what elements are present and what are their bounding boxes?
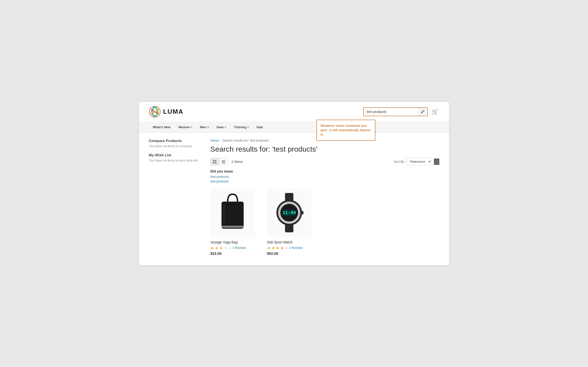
logo-text: LUMA — [163, 108, 184, 115]
star-1: ★ — [210, 246, 214, 250]
svg-rect-5 — [215, 162, 216, 163]
breadcrumb-current: Search results for: 'test products' — [223, 139, 269, 142]
cart-icon: 🛒 — [432, 109, 438, 115]
products-grid: Voyage Yoga Bag ★ ★ ★ ★ ★ 3 Reviews $32.… — [210, 188, 439, 255]
search-input[interactable] — [364, 108, 418, 116]
product-price-0: $32.00 — [210, 251, 260, 255]
cart-button[interactable]: 🛒 — [431, 108, 439, 116]
product-card-1[interactable]: 11:49 Didi Sport Watch ★ ★ ★ ★ ★ 2 Revie… — [267, 188, 316, 255]
grid-view-button[interactable] — [210, 158, 219, 165]
header-right: Whatever voice command you give , it wil… — [363, 107, 439, 116]
stars-1: ★ ★ ★ ★ ★ 2 Reviews — [267, 246, 316, 250]
main-content: Compare Products You have no items to co… — [139, 133, 449, 265]
wishlist-empty: You have no items in your wish list. — [149, 159, 203, 162]
product-image-bag — [217, 192, 249, 234]
view-toggle — [210, 158, 228, 165]
star-2: ★ — [215, 246, 218, 250]
wishlist-title: My Wish List — [149, 153, 203, 157]
compare-products-title: Compare Products — [149, 139, 203, 143]
list-icon — [222, 160, 225, 164]
luma-logo-icon — [149, 106, 161, 118]
svg-rect-8 — [222, 163, 225, 163]
logo-area: LUMA — [149, 106, 184, 118]
sort-label: Sort By — [394, 160, 404, 163]
did-you-mean-title: Did you mean — [210, 169, 439, 173]
product-name-1: Didi Sport Watch — [267, 240, 316, 244]
svg-rect-4 — [213, 162, 214, 163]
product-price-1: $92.00 — [267, 251, 316, 255]
page-wrapper: LUMA Whatever voice command you give , i… — [139, 102, 449, 265]
nav-bar: What's New Women ▾ Men ▾ Gear ▾ Training… — [139, 122, 449, 133]
svg-rect-10 — [222, 226, 244, 228]
star-3: ★ — [219, 246, 223, 250]
product-name-0: Voyage Yoga Bag — [210, 240, 260, 244]
results-toolbar: 2 Items Sort By Relevance Name Price ↓ — [210, 158, 439, 165]
svg-rect-2 — [213, 160, 214, 161]
breadcrumb-home[interactable]: Home — [210, 139, 219, 142]
sidebar: Compare Products You have no items to co… — [149, 139, 203, 255]
svg-rect-6 — [222, 160, 225, 161]
reviews-count-0[interactable]: 3 Reviews — [233, 246, 246, 250]
mic-button[interactable]: 🎤 — [418, 108, 427, 115]
voice-tooltip: Whatever voice command you give , it wil… — [316, 120, 375, 141]
star-4: ★ — [224, 246, 227, 250]
star-2: ★ — [271, 246, 275, 250]
svg-rect-3 — [215, 160, 216, 161]
list-view-button[interactable] — [219, 158, 228, 165]
mic-icon: 🎤 — [421, 110, 425, 113]
items-count: 2 Items — [232, 160, 243, 164]
nav-item-gear[interactable]: Gear ▾ — [213, 122, 230, 132]
grid-icon — [213, 160, 217, 164]
breadcrumb-separator: › — [220, 139, 221, 142]
star-5: ★ — [228, 246, 232, 250]
product-image-0 — [210, 188, 255, 237]
chevron-down-icon: ▾ — [207, 126, 209, 128]
nav-item-training[interactable]: Training ▾ — [230, 122, 253, 132]
header: LUMA Whatever voice command you give , i… — [139, 102, 449, 122]
svg-rect-11 — [223, 204, 224, 224]
page-title: Search results for: 'test products' — [210, 145, 439, 154]
svg-text:11:49: 11:49 — [282, 210, 296, 215]
reviews-count-1[interactable]: 2 Reviews — [289, 246, 303, 250]
compare-products-empty: You have no items to compare. — [149, 144, 203, 148]
product-image-1: 11:49 — [267, 188, 311, 237]
suggestion-teal-products[interactable]: teal products — [210, 179, 439, 183]
product-card-0[interactable]: Voyage Yoga Bag ★ ★ ★ ★ ★ 3 Reviews $32.… — [210, 188, 260, 255]
product-image-watch: 11:49 — [271, 192, 308, 234]
chevron-down-icon: ▾ — [191, 126, 192, 128]
search-box: 🎤 — [363, 107, 428, 116]
suggestion-that-products[interactable]: that products — [210, 175, 439, 178]
sort-dir-icon: ↓ — [436, 160, 437, 163]
star-5: ★ — [285, 246, 288, 250]
svg-rect-9 — [222, 202, 244, 229]
stars-0: ★ ★ ★ ★ ★ 3 Reviews — [210, 246, 260, 250]
chevron-down-icon: ▾ — [247, 126, 249, 128]
sort-select[interactable]: Relevance Name Price — [406, 158, 432, 165]
nav-item-whats-new[interactable]: What's New — [149, 122, 175, 132]
chevron-down-icon: ▾ — [225, 126, 226, 128]
star-1: ★ — [267, 246, 270, 250]
nav-item-women[interactable]: Women ▾ — [175, 122, 196, 132]
sort-direction-button[interactable]: ↓ — [434, 159, 439, 165]
svg-rect-19 — [302, 211, 303, 214]
svg-rect-7 — [222, 161, 225, 162]
nav-item-sale[interactable]: Sale — [253, 122, 267, 132]
star-3: ★ — [276, 246, 279, 250]
did-you-mean: Did you mean that products teal products — [210, 169, 439, 183]
results-area: Home › Search results for: 'test product… — [210, 139, 439, 255]
sort-area: Sort By Relevance Name Price ↓ — [394, 158, 439, 165]
star-4: ★ — [280, 246, 284, 250]
nav-item-men[interactable]: Men ▾ — [196, 122, 213, 132]
